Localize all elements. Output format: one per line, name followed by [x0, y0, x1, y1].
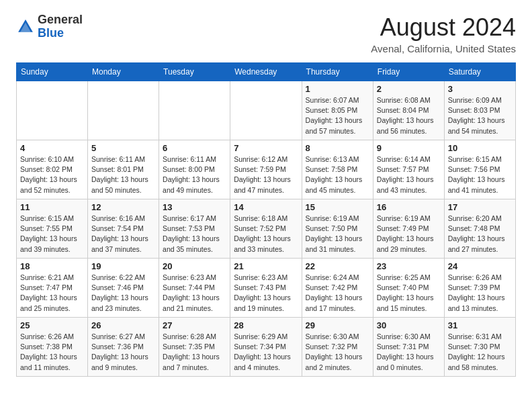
table-row: 5Sunrise: 6:11 AMSunset: 8:01 PMDaylight…	[88, 140, 159, 199]
day-info: Sunrise: 6:16 AMSunset: 7:54 PMDaylight:…	[91, 214, 155, 255]
day-info: Sunrise: 6:07 AMSunset: 8:05 PMDaylight:…	[306, 95, 369, 136]
table-row: 13Sunrise: 6:17 AMSunset: 7:53 PMDayligh…	[159, 199, 230, 259]
day-info: Sunrise: 6:23 AMSunset: 7:44 PMDaylight:…	[163, 273, 226, 314]
day-number: 18	[20, 261, 84, 271]
day-number: 3	[448, 84, 512, 94]
table-row: 1Sunrise: 6:07 AMSunset: 8:05 PMDaylight…	[302, 81, 373, 140]
table-row	[159, 81, 230, 140]
day-info: Sunrise: 6:15 AMSunset: 7:55 PMDaylight:…	[20, 214, 84, 255]
day-number: 19	[91, 261, 155, 271]
table-row: 26Sunrise: 6:27 AMSunset: 7:36 PMDayligh…	[88, 318, 159, 377]
day-info: Sunrise: 6:31 AMSunset: 7:30 PMDaylight:…	[448, 332, 512, 373]
day-number: 15	[306, 202, 369, 212]
day-info: Sunrise: 6:11 AMSunset: 8:01 PMDaylight:…	[91, 154, 155, 195]
calendar-week-row: 4Sunrise: 6:10 AMSunset: 8:02 PMDaylight…	[17, 140, 516, 199]
day-number: 21	[234, 261, 298, 271]
calendar-week-row: 11Sunrise: 6:15 AMSunset: 7:55 PMDayligh…	[17, 199, 516, 259]
table-row: 16Sunrise: 6:19 AMSunset: 7:49 PMDayligh…	[373, 199, 444, 259]
table-row	[230, 81, 302, 140]
day-number: 28	[234, 320, 298, 330]
day-info: Sunrise: 6:30 AMSunset: 7:31 PMDaylight:…	[377, 332, 441, 373]
day-info: Sunrise: 6:22 AMSunset: 7:46 PMDaylight:…	[91, 273, 155, 314]
day-number: 6	[163, 143, 226, 153]
table-row	[17, 81, 88, 140]
day-number: 29	[306, 320, 369, 330]
col-wednesday: Wednesday	[230, 63, 302, 81]
day-info: Sunrise: 6:11 AMSunset: 8:00 PMDaylight:…	[163, 154, 226, 195]
table-row: 9Sunrise: 6:14 AMSunset: 7:57 PMDaylight…	[373, 140, 444, 199]
day-info: Sunrise: 6:15 AMSunset: 7:56 PMDaylight:…	[448, 154, 512, 195]
table-row: 23Sunrise: 6:25 AMSunset: 7:40 PMDayligh…	[373, 259, 444, 318]
col-monday: Monday	[88, 63, 159, 81]
day-info: Sunrise: 6:19 AMSunset: 7:50 PMDaylight:…	[306, 214, 369, 255]
table-row: 12Sunrise: 6:16 AMSunset: 7:54 PMDayligh…	[88, 199, 159, 259]
logo-general-text: General	[38, 13, 83, 26]
logo-icon	[16, 17, 35, 36]
day-info: Sunrise: 6:26 AMSunset: 7:38 PMDaylight:…	[20, 332, 84, 373]
day-number: 26	[91, 320, 155, 330]
day-info: Sunrise: 6:29 AMSunset: 7:34 PMDaylight:…	[234, 332, 298, 373]
day-number: 5	[91, 143, 155, 153]
day-number: 23	[377, 261, 441, 271]
day-number: 17	[448, 202, 512, 212]
col-sunday: Sunday	[17, 63, 88, 81]
day-info: Sunrise: 6:18 AMSunset: 7:52 PMDaylight:…	[234, 214, 298, 255]
day-info: Sunrise: 6:30 AMSunset: 7:32 PMDaylight:…	[306, 332, 369, 373]
day-number: 13	[163, 202, 226, 212]
calendar-week-row: 25Sunrise: 6:26 AMSunset: 7:38 PMDayligh…	[17, 318, 516, 377]
day-number: 27	[163, 320, 226, 330]
title-area: August 2024 Avenal, California, United S…	[371, 13, 516, 54]
day-info: Sunrise: 6:25 AMSunset: 7:40 PMDaylight:…	[377, 273, 441, 314]
day-info: Sunrise: 6:23 AMSunset: 7:43 PMDaylight:…	[234, 273, 298, 314]
day-info: Sunrise: 6:24 AMSunset: 7:42 PMDaylight:…	[306, 273, 369, 314]
table-row	[88, 81, 159, 140]
calendar-week-row: 1Sunrise: 6:07 AMSunset: 8:05 PMDaylight…	[17, 81, 516, 140]
day-number: 10	[448, 143, 512, 153]
calendar-header-row: Sunday Monday Tuesday Wednesday Thursday…	[17, 63, 516, 81]
table-row: 30Sunrise: 6:30 AMSunset: 7:31 PMDayligh…	[373, 318, 444, 377]
calendar-week-row: 18Sunrise: 6:21 AMSunset: 7:47 PMDayligh…	[17, 259, 516, 318]
day-info: Sunrise: 6:17 AMSunset: 7:53 PMDaylight:…	[163, 214, 226, 255]
col-saturday: Saturday	[444, 63, 515, 81]
day-info: Sunrise: 6:27 AMSunset: 7:36 PMDaylight:…	[91, 332, 155, 373]
day-info: Sunrise: 6:13 AMSunset: 7:58 PMDaylight:…	[306, 154, 369, 195]
day-number: 14	[234, 202, 298, 212]
day-number: 8	[306, 143, 369, 153]
table-row: 18Sunrise: 6:21 AMSunset: 7:47 PMDayligh…	[17, 259, 88, 318]
day-info: Sunrise: 6:19 AMSunset: 7:49 PMDaylight:…	[377, 214, 441, 255]
table-row: 3Sunrise: 6:09 AMSunset: 8:03 PMDaylight…	[444, 81, 515, 140]
day-number: 31	[448, 320, 512, 330]
table-row: 15Sunrise: 6:19 AMSunset: 7:50 PMDayligh…	[302, 199, 373, 259]
day-info: Sunrise: 6:14 AMSunset: 7:57 PMDaylight:…	[377, 154, 441, 195]
day-number: 20	[163, 261, 226, 271]
col-tuesday: Tuesday	[159, 63, 230, 81]
day-number: 2	[377, 84, 441, 94]
day-number: 12	[91, 202, 155, 212]
table-row: 6Sunrise: 6:11 AMSunset: 8:00 PMDaylight…	[159, 140, 230, 199]
table-row: 29Sunrise: 6:30 AMSunset: 7:32 PMDayligh…	[302, 318, 373, 377]
table-row: 21Sunrise: 6:23 AMSunset: 7:43 PMDayligh…	[230, 259, 302, 318]
logo: General Blue	[16, 13, 83, 40]
logo-blue-text: Blue	[38, 26, 64, 40]
day-info: Sunrise: 6:08 AMSunset: 8:04 PMDaylight:…	[377, 95, 441, 136]
table-row: 8Sunrise: 6:13 AMSunset: 7:58 PMDaylight…	[302, 140, 373, 199]
day-number: 30	[377, 320, 441, 330]
day-info: Sunrise: 6:09 AMSunset: 8:03 PMDaylight:…	[448, 95, 512, 136]
table-row: 17Sunrise: 6:20 AMSunset: 7:48 PMDayligh…	[444, 199, 515, 259]
day-info: Sunrise: 6:12 AMSunset: 7:59 PMDaylight:…	[234, 154, 298, 195]
col-friday: Friday	[373, 63, 444, 81]
day-number: 11	[20, 202, 84, 212]
day-number: 1	[306, 84, 369, 94]
month-year-title: August 2024	[371, 13, 516, 42]
day-number: 7	[234, 143, 298, 153]
col-thursday: Thursday	[302, 63, 373, 81]
day-number: 9	[377, 143, 441, 153]
page-header: General Blue August 2024 Avenal, Califor…	[16, 13, 516, 54]
calendar-table: Sunday Monday Tuesday Wednesday Thursday…	[16, 62, 516, 377]
table-row: 2Sunrise: 6:08 AMSunset: 8:04 PMDaylight…	[373, 81, 444, 140]
table-row: 14Sunrise: 6:18 AMSunset: 7:52 PMDayligh…	[230, 199, 302, 259]
table-row: 7Sunrise: 6:12 AMSunset: 7:59 PMDaylight…	[230, 140, 302, 199]
day-number: 4	[20, 143, 84, 153]
table-row: 10Sunrise: 6:15 AMSunset: 7:56 PMDayligh…	[444, 140, 515, 199]
table-row: 20Sunrise: 6:23 AMSunset: 7:44 PMDayligh…	[159, 259, 230, 318]
